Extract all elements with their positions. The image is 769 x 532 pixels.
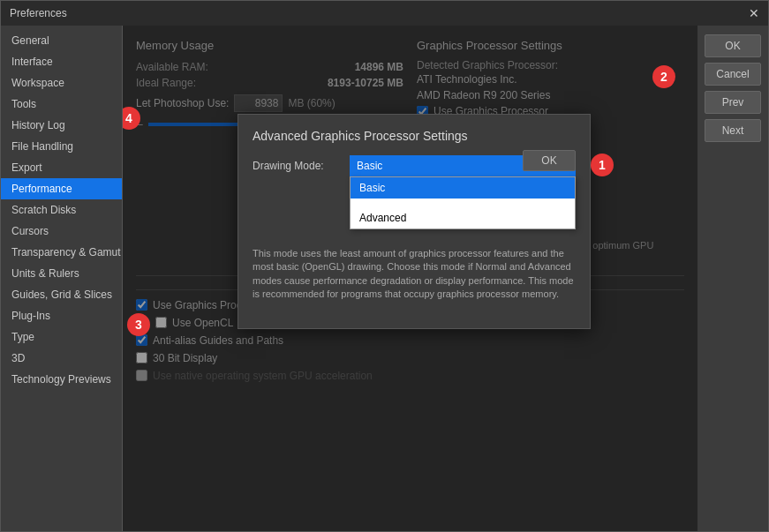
drawing-mode-dropdown: Basic Advanced [350,176,576,229]
sidebar-item-technology-previews[interactable]: Technology Previews [1,369,122,390]
window-body: General Interface Workspace Tools Histor… [1,26,768,531]
sidebar-item-workspace[interactable]: Workspace [1,72,122,94]
dialog-description: This mode uses the least amount of graph… [253,247,576,302]
window-title: Preferences [10,7,67,19]
dialog-title: Advanced Graphics Processor Settings [253,129,576,143]
sidebar-item-type[interactable]: Type [1,326,122,348]
sidebar-item-general[interactable]: General [1,30,122,51]
cancel-button[interactable]: Cancel [705,63,761,86]
drawing-mode-value: Basic [357,160,382,172]
sidebar-item-file-handling[interactable]: File Handling [1,136,122,157]
sidebar-item-interface[interactable]: Interface [1,51,122,72]
dialog-overlay: Advanced Graphics Processor Settings Dra… [123,26,697,531]
sidebar: General Interface Workspace Tools Histor… [1,26,123,531]
title-bar: Preferences ✕ [1,1,768,26]
dialog-ok-button[interactable]: OK [523,150,576,171]
dropdown-item-advanced[interactable]: Advanced [351,207,575,229]
preferences-window: Preferences ✕ General Interface Workspac… [0,0,769,532]
sidebar-item-performance[interactable]: Performance [1,178,122,199]
sidebar-item-units-rulers[interactable]: Units & Rulers [1,263,122,284]
sidebar-item-tools[interactable]: Tools [1,94,122,115]
right-buttons-panel: OK Cancel Prev Next [697,26,768,531]
next-button[interactable]: Next [705,119,761,142]
sidebar-item-history-log[interactable]: History Log [1,115,122,136]
main-content: 4 Memory Usage Available RAM: 14896 MB I… [123,26,697,531]
sidebar-item-guides-grid[interactable]: Guides, Grid & Slices [1,284,122,305]
ok-button[interactable]: OK [705,34,761,57]
sidebar-item-transparency-gamut[interactable]: Transparency & Gamut [1,242,122,263]
sidebar-item-cursors[interactable]: Cursors [1,221,122,242]
sidebar-item-plug-ins[interactable]: Plug-Ins [1,305,122,326]
close-button[interactable]: ✕ [749,6,759,20]
sidebar-item-export[interactable]: Export [1,157,122,178]
drawing-mode-label: Drawing Mode: [253,160,341,172]
sidebar-item-scratch-disks[interactable]: Scratch Disks [1,199,122,221]
dropdown-item-normal[interactable] [351,199,575,207]
advanced-graphics-dialog: Advanced Graphics Processor Settings Dra… [237,114,591,329]
dropdown-item-basic[interactable]: Basic [351,177,575,199]
sidebar-item-3d[interactable]: 3D [1,348,122,369]
prev-button[interactable]: Prev [705,91,761,114]
